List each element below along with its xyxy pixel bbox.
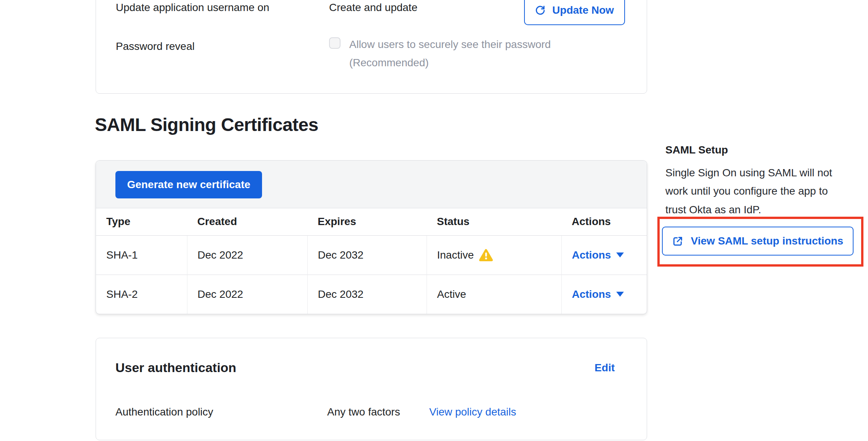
col-header-expires: Expires: [307, 208, 427, 235]
saml-setup-description-line2: work until you configure the app to: [665, 185, 828, 198]
view-saml-setup-instructions-button[interactable]: View SAML setup instructions: [662, 227, 854, 256]
view-saml-setup-label: View SAML setup instructions: [691, 235, 843, 247]
page-title: SAML Signing Certificates: [95, 114, 318, 135]
authentication-policy-value: Any two factors: [327, 406, 400, 418]
col-header-actions: Actions: [561, 208, 647, 235]
status-text: Active: [437, 288, 466, 300]
col-header-status: Status: [427, 208, 561, 235]
table-row: SHA-2 Dec 2022 Dec 2032 Active Actions: [96, 275, 647, 314]
status-text: Inactive: [437, 249, 474, 261]
cert-actions-cell: Actions: [561, 275, 647, 314]
warning-icon: [479, 249, 493, 262]
table-row: SHA-1 Dec 2022 Dec 2032 Inactive: [96, 235, 647, 275]
edit-link[interactable]: Edit: [595, 362, 615, 374]
password-reveal-checkbox-label-line1[interactable]: Allow users to securely see their passwo…: [349, 38, 551, 51]
update-now-button[interactable]: Update Now: [524, 0, 625, 25]
username-update-label: Update application username on: [116, 1, 269, 14]
password-reveal-checkbox-label-line2[interactable]: (Recommended): [349, 56, 429, 69]
cert-expires-cell: Dec 2032: [307, 275, 427, 314]
actions-dropdown[interactable]: Actions: [572, 288, 624, 300]
authentication-policy-label: Authentication policy: [115, 406, 213, 418]
certificates-table: Type Created Expires Status Actions SHA-…: [96, 208, 647, 314]
certificates-panel: Generate new certificate Type Created Ex…: [96, 160, 647, 314]
cert-expires-cell: Dec 2032: [307, 235, 427, 275]
saml-setup-description-line1: Single Sign On using SAML will not: [665, 166, 832, 179]
update-now-label: Update Now: [552, 4, 614, 16]
actions-dropdown[interactable]: Actions: [572, 249, 624, 261]
cert-actions-cell: Actions: [561, 235, 647, 275]
cert-type-cell: SHA-2: [96, 275, 187, 314]
password-reveal-checkbox[interactable]: [329, 37, 340, 49]
col-header-type: Type: [96, 208, 187, 235]
username-update-value: Create and update: [329, 1, 417, 14]
saml-setup-description-line3: trust Okta as an IdP.: [665, 203, 761, 216]
table-header-row: Type Created Expires Status Actions: [96, 208, 647, 235]
chevron-down-icon: [616, 252, 624, 257]
cert-status-cell: Inactive: [427, 235, 561, 275]
chevron-down-icon: [616, 292, 624, 297]
password-reveal-label: Password reveal: [116, 40, 195, 53]
col-header-created: Created: [187, 208, 307, 235]
saml-setup-title: SAML Setup: [665, 144, 728, 156]
cert-created-cell: Dec 2022: [187, 275, 307, 314]
actions-label: Actions: [572, 288, 611, 300]
user-authentication-title: User authentication: [115, 360, 236, 375]
cert-created-cell: Dec 2022: [187, 235, 307, 275]
generate-certificate-button[interactable]: Generate new certificate: [115, 171, 262, 198]
refresh-icon: [535, 5, 545, 16]
certificates-panel-header: Generate new certificate: [96, 161, 647, 208]
cert-type-cell: SHA-1: [96, 235, 187, 275]
cert-status-cell: Active: [427, 275, 561, 314]
view-policy-details-link[interactable]: View policy details: [429, 406, 516, 418]
actions-label: Actions: [572, 249, 611, 261]
page: Update application username on Create an…: [0, 0, 868, 441]
user-authentication-card: User authentication Edit Authentication …: [96, 338, 647, 440]
external-link-icon: [672, 236, 683, 247]
